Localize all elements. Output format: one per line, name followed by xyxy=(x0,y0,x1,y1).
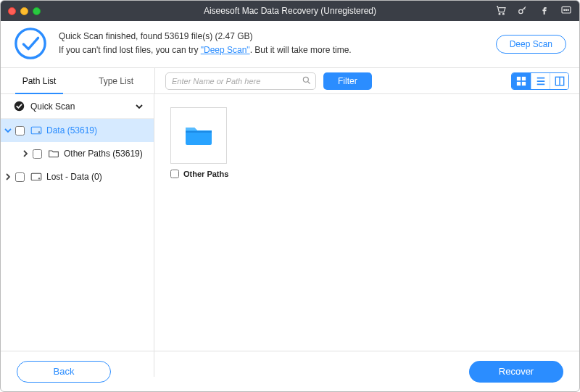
close-window-icon[interactable] xyxy=(8,7,16,15)
toolbar: Filter xyxy=(154,68,579,93)
svg-point-4 xyxy=(564,9,565,10)
search-icon xyxy=(302,75,312,86)
search-wrap xyxy=(165,72,316,90)
drive-icon xyxy=(30,125,42,135)
tab-path-list[interactable]: Path List xyxy=(1,68,78,93)
titlebar: Aiseesoft Mac Data Recovery (Unregistere… xyxy=(1,1,579,21)
sidebar-item-label: Other Paths (53619) xyxy=(64,149,143,159)
sidebar: Quick Scan Data (53619) Other Paths ( xyxy=(1,94,154,377)
sidebar-item-other-paths[interactable]: Other Paths (53619) xyxy=(1,142,154,165)
sidebar-item-lost-data[interactable]: Lost - Data (0) xyxy=(1,165,154,188)
deep-scan-button[interactable]: Deep Scan xyxy=(496,35,566,54)
scan-summary-mid: file(s) xyxy=(188,31,215,41)
file-item-checkbox[interactable] xyxy=(170,170,179,178)
svg-rect-11 xyxy=(517,81,521,85)
svg-point-0 xyxy=(499,13,500,14)
cart-icon[interactable] xyxy=(495,4,507,18)
window-controls xyxy=(8,7,41,15)
svg-rect-12 xyxy=(522,81,526,85)
drive-icon xyxy=(30,172,42,182)
view-list-button[interactable] xyxy=(531,73,550,89)
facebook-icon[interactable] xyxy=(539,4,550,18)
folder-thumbnail[interactable] xyxy=(170,107,227,164)
chevron-down-icon[interactable] xyxy=(4,126,12,135)
sidebar-checkbox-data[interactable] xyxy=(15,126,25,135)
filter-button[interactable]: Filter xyxy=(323,72,372,90)
svg-rect-15 xyxy=(31,127,41,134)
sidebar-item-data[interactable]: Data (53619) xyxy=(1,119,154,142)
view-mode-toggle xyxy=(511,72,569,90)
svg-point-2 xyxy=(519,9,523,13)
svg-point-1 xyxy=(502,13,504,14)
svg-rect-9 xyxy=(517,76,521,80)
view-grid-button[interactable] xyxy=(512,73,531,89)
sidebar-checkbox-lost-data[interactable] xyxy=(15,172,25,182)
svg-rect-17 xyxy=(31,173,41,180)
svg-rect-10 xyxy=(522,76,526,80)
zoom-window-icon[interactable] xyxy=(33,7,41,15)
checkmark-icon xyxy=(14,27,47,60)
sidebar-item-label: Data (53619) xyxy=(46,125,97,135)
tab-path-list-label: Path List xyxy=(22,76,57,86)
scan-summary-prefix: Quick Scan finished, found xyxy=(59,31,165,41)
recover-button[interactable]: Recover xyxy=(469,361,563,383)
check-circle-icon xyxy=(14,101,25,112)
sidebar-item-label: Lost - Data (0) xyxy=(46,172,102,182)
svg-point-5 xyxy=(566,9,566,10)
feedback-icon[interactable] xyxy=(560,4,572,18)
sidebar-root-quick-scan[interactable]: Quick Scan xyxy=(1,94,154,119)
sidebar-root-label: Quick Scan xyxy=(30,101,75,112)
tab-toolbar-row: Path List Type List Filter xyxy=(1,68,579,94)
file-item[interactable]: Other Paths xyxy=(170,107,230,178)
sidebar-checkbox-other-paths[interactable] xyxy=(33,149,42,159)
scan-total-size: (2.47 GB) xyxy=(215,31,252,41)
banner-text: Quick Scan finished, found 53619 file(s)… xyxy=(59,30,352,57)
file-grid: Other Paths xyxy=(154,94,579,377)
deep-scan-link[interactable]: "Deep Scan" xyxy=(201,45,250,55)
chevron-right-icon[interactable] xyxy=(4,172,12,181)
tab-type-list-label: Type List xyxy=(99,76,133,86)
minimize-window-icon[interactable] xyxy=(20,7,28,15)
deep-scan-hint-prefix: If you can't find lost files, you can tr… xyxy=(59,45,201,55)
svg-point-16 xyxy=(38,132,40,133)
footer: Back Recover xyxy=(1,351,579,391)
svg-point-8 xyxy=(303,77,308,82)
svg-point-18 xyxy=(38,178,40,180)
svg-point-7 xyxy=(16,29,45,58)
deep-scan-hint-suffix: . But it will take more time. xyxy=(250,45,352,55)
back-button[interactable]: Back xyxy=(17,361,111,383)
tab-type-list[interactable]: Type List xyxy=(78,68,154,93)
key-icon[interactable] xyxy=(517,4,529,18)
scan-file-count: 53619 xyxy=(165,31,188,41)
search-input[interactable] xyxy=(165,72,316,90)
chevron-down-icon[interactable] xyxy=(135,102,144,111)
svg-point-6 xyxy=(568,9,568,10)
main-area: Quick Scan Data (53619) Other Paths ( xyxy=(1,94,579,377)
chevron-right-icon[interactable] xyxy=(21,149,30,158)
file-item-label: Other Paths xyxy=(183,170,228,178)
folder-icon xyxy=(48,149,59,159)
scan-banner: Quick Scan finished, found 53619 file(s)… xyxy=(1,21,579,68)
window-title: Aiseesoft Mac Data Recovery (Unregistere… xyxy=(1,6,579,16)
view-columns-button[interactable] xyxy=(550,73,568,89)
